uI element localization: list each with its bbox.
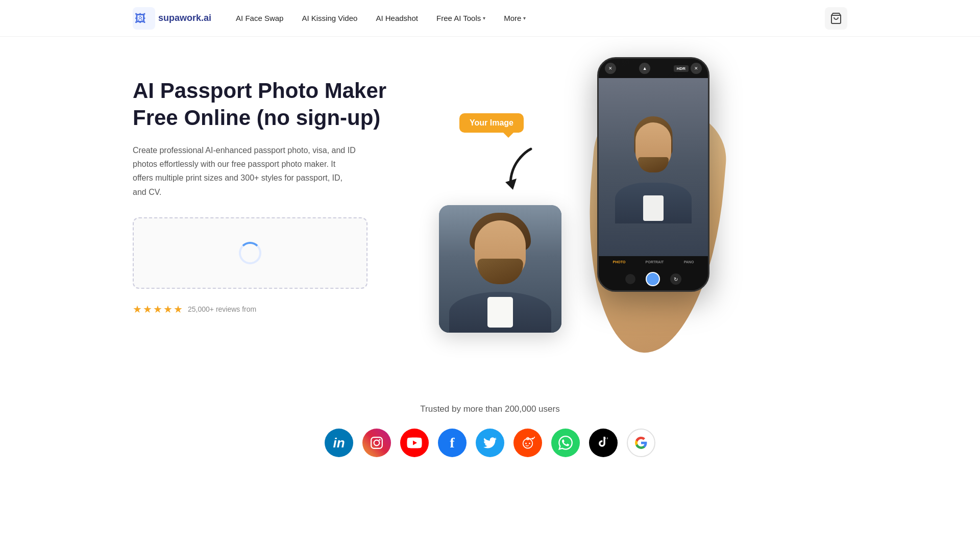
phone-close-btn: ✕ bbox=[605, 63, 616, 74]
social-icon-reddit[interactable] bbox=[513, 429, 542, 457]
social-icon-youtube[interactable] bbox=[400, 429, 429, 457]
phone-mockup: ✕ ▲ HDR ✕ bbox=[597, 57, 709, 292]
hero-description: Create professional AI-enhanced passport… bbox=[133, 143, 357, 199]
phone-screen: ✕ ▲ HDR ✕ bbox=[599, 59, 708, 290]
hero-reviews: ★ ★ ★ ★ ★ 25,000+ reviews from bbox=[133, 303, 398, 315]
phone-top-bar: ✕ ▲ HDR ✕ bbox=[599, 59, 708, 78]
nav-more[interactable]: More ▾ bbox=[504, 14, 526, 22]
chevron-down-icon: ▾ bbox=[523, 15, 526, 21]
nav-ai-headshot[interactable]: AI Headshot bbox=[376, 14, 418, 22]
arrow-icon bbox=[495, 144, 541, 195]
camera-flip-button[interactable]: ↻ bbox=[670, 273, 681, 285]
phone-face-area bbox=[599, 78, 708, 256]
loading-spinner bbox=[239, 242, 261, 264]
hero-right: Your Image bbox=[429, 67, 847, 363]
logo-text: supawork.ai bbox=[158, 13, 211, 23]
cam-mode-portrait: PORTRAIT bbox=[646, 260, 664, 264]
star-2: ★ bbox=[143, 303, 152, 315]
hero-left: AI Passport Photo Maker Free Online (no … bbox=[133, 67, 398, 315]
cart-button[interactable] bbox=[825, 7, 847, 30]
hand-phone-demo: ✕ ▲ HDR ✕ bbox=[541, 67, 735, 363]
svg-point-10 bbox=[529, 443, 530, 444]
svg-point-5 bbox=[374, 440, 380, 446]
svg-line-13 bbox=[533, 437, 535, 439]
social-icon-tiktok[interactable] bbox=[589, 429, 618, 457]
camera-shutter-button[interactable] bbox=[646, 272, 660, 286]
nav-ai-face-swap[interactable]: AI Face Swap bbox=[236, 14, 283, 22]
phone-up-btn: ▲ bbox=[639, 63, 650, 74]
social-icon-twitter[interactable] bbox=[476, 429, 504, 457]
phone-bottom-bar: PHOTO PORTRAIT PANO bbox=[599, 256, 708, 268]
social-icon-instagram[interactable] bbox=[362, 429, 391, 457]
social-icons-row: in f bbox=[0, 429, 980, 457]
result-face-bg bbox=[439, 205, 561, 333]
hero-section: AI Passport Photo Maker Free Online (no … bbox=[0, 37, 980, 384]
cam-mode-photo: PHOTO bbox=[613, 260, 626, 264]
social-icon-linkedin[interactable]: in bbox=[325, 429, 353, 457]
social-icon-facebook[interactable]: f bbox=[438, 429, 467, 457]
navbar-right bbox=[825, 7, 847, 30]
star-3: ★ bbox=[153, 303, 162, 315]
result-photo-card bbox=[439, 205, 561, 333]
social-icon-whatsapp[interactable] bbox=[551, 429, 580, 457]
svg-rect-4 bbox=[371, 437, 382, 448]
nav-free-ai-tools[interactable]: Free AI Tools ▾ bbox=[436, 14, 485, 22]
star-half: ★ bbox=[174, 303, 183, 315]
nav-links: AI Face Swap AI Kissing Video AI Headsho… bbox=[236, 14, 825, 22]
trusted-title: Trusted by more than 200,000 users bbox=[0, 404, 980, 414]
chevron-down-icon: ▾ bbox=[483, 15, 485, 21]
star-rating: ★ ★ ★ ★ ★ bbox=[133, 303, 183, 315]
cam-mode-pano: PANO bbox=[684, 260, 694, 264]
social-icon-google[interactable] bbox=[627, 429, 655, 457]
star-1: ★ bbox=[133, 303, 142, 315]
hdr-badge: HDR bbox=[674, 65, 689, 72]
star-4: ★ bbox=[163, 303, 173, 315]
reviews-count: 25,000+ reviews from bbox=[188, 305, 256, 313]
trusted-section: Trusted by more than 200,000 users in f bbox=[0, 384, 980, 483]
logo[interactable]: 🖼 supawork.ai bbox=[133, 7, 211, 30]
nav-ai-kissing-video[interactable]: AI Kissing Video bbox=[302, 14, 357, 22]
hero-title: AI Passport Photo Maker Free Online (no … bbox=[133, 78, 398, 131]
your-image-bubble: Your Image bbox=[459, 113, 524, 133]
svg-point-9 bbox=[525, 443, 527, 444]
phone-settings-btn: ✕ bbox=[691, 63, 702, 74]
upload-area[interactable] bbox=[133, 217, 368, 289]
svg-text:🖼: 🖼 bbox=[135, 12, 146, 25]
svg-point-6 bbox=[379, 439, 380, 440]
navbar: 🖼 supawork.ai AI Face Swap AI Kissing Vi… bbox=[0, 0, 980, 37]
